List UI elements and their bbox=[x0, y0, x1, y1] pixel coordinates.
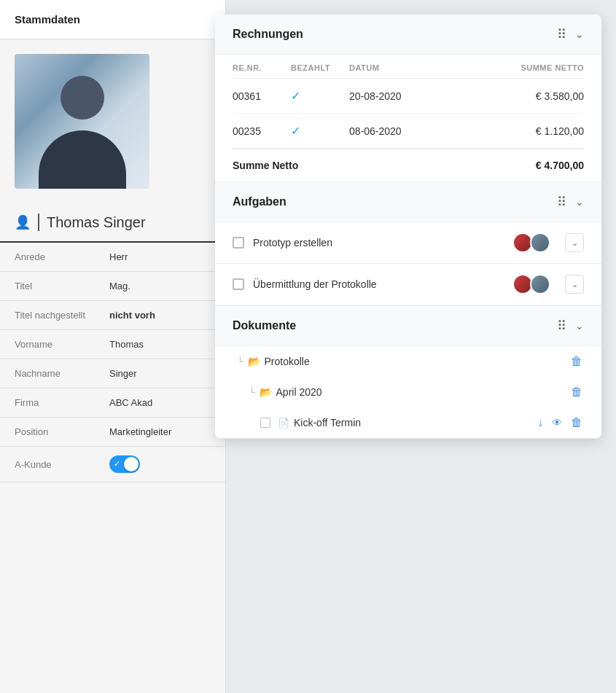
toggle-check-icon: ✓ bbox=[114, 459, 120, 469]
summe-label: Summe Netto bbox=[233, 160, 437, 171]
value-nachname: Singer bbox=[109, 368, 137, 379]
task-expand-2[interactable]: ⌄ bbox=[565, 275, 584, 294]
value-anrede: Herr bbox=[109, 251, 128, 262]
label-akunde: A-Kunde bbox=[15, 459, 109, 470]
tree-line-1: └ bbox=[237, 356, 243, 367]
dokumente-dots-icon[interactable]: ⠿ bbox=[557, 318, 568, 334]
value-titel: Mag. bbox=[109, 281, 130, 291]
trash-icon-kickoff[interactable]: 🗑 bbox=[569, 415, 584, 431]
label-anrede: Anrede bbox=[15, 251, 109, 262]
label-position: Position bbox=[15, 426, 109, 437]
col-bezahlt: BEZAHLT bbox=[291, 63, 349, 72]
trash-icon-protokolle[interactable]: 🗑 bbox=[569, 353, 584, 369]
download-icon-kickoff[interactable]: ↓ bbox=[536, 415, 545, 431]
col-summe: SUMME NETTO bbox=[437, 63, 584, 72]
folder-icon-protokolle: 📂 bbox=[248, 356, 260, 367]
rechnungen-chevron-icon[interactable]: ⌄ bbox=[575, 28, 584, 40]
doc-row-april: └ 📂 April 2020 🗑 bbox=[215, 377, 601, 407]
task-avatar-1b bbox=[530, 232, 550, 253]
toggle-track[interactable]: ✓ bbox=[109, 455, 140, 473]
task-expand-1[interactable]: ⌄ bbox=[565, 233, 584, 252]
task-avatars-1 bbox=[512, 232, 550, 253]
aufgaben-dots-icon[interactable]: ⠿ bbox=[557, 194, 568, 210]
field-titel: Titel Mag. bbox=[0, 272, 225, 301]
cell-summe-1: € 3.580,00 bbox=[437, 90, 584, 102]
doc-actions-kickoff: ↓ 👁 🗑 bbox=[536, 415, 584, 431]
label-vorname: Vorname bbox=[15, 339, 109, 350]
doc-name-kickoff: Kick-off Termin bbox=[294, 417, 531, 428]
task-chevron-icon-2: ⌄ bbox=[572, 280, 578, 289]
akunde-toggle[interactable]: ✓ bbox=[109, 455, 140, 473]
doc-actions-april: 🗑 bbox=[569, 384, 584, 400]
field-titel-nachgestellt: Titel nachgestellt nicht vorh bbox=[0, 301, 225, 330]
cell-datum-1: 20-08-2020 bbox=[349, 90, 437, 102]
dokumente-chevron-icon[interactable]: ⌄ bbox=[575, 320, 584, 332]
trash-icon-april[interactable]: 🗑 bbox=[569, 384, 584, 400]
col-renr: RE.NR. bbox=[233, 63, 291, 72]
field-akunde: A-Kunde ✓ bbox=[0, 447, 225, 482]
doc-name-april: April 2020 bbox=[276, 386, 565, 398]
field-anrede: Anrede Herr bbox=[0, 243, 225, 272]
eye-icon-kickoff[interactable]: 👁 bbox=[550, 415, 564, 430]
aufgaben-chevron-icon[interactable]: ⌄ bbox=[575, 196, 584, 208]
left-panel: Stammdaten 👤 Thomas Singer Anrede Herr T… bbox=[0, 0, 226, 693]
task-label-1: Prototyp erstellen bbox=[253, 237, 504, 248]
rechnungen-actions: ⠿ ⌄ bbox=[557, 26, 584, 42]
folder-icon-april: 📂 bbox=[260, 386, 272, 398]
summe-value: € 4.700,00 bbox=[437, 160, 584, 171]
stammdaten-header: Stammdaten bbox=[0, 0, 225, 39]
field-nachname: Nachname Singer bbox=[0, 359, 225, 388]
col-datum: DATUM bbox=[349, 63, 437, 72]
rechnungen-header: Rechnungen ⠿ ⌄ bbox=[215, 15, 601, 55]
right-panel: Rechnungen ⠿ ⌄ RE.NR. BEZAHLT DATUM SUMM… bbox=[215, 15, 601, 439]
avatar bbox=[15, 54, 149, 189]
table-header: RE.NR. BEZAHLT DATUM SUMME NETTO bbox=[233, 55, 584, 79]
tree-line-2: └ bbox=[249, 387, 255, 397]
label-titel-nachgestellt: Titel nachgestellt bbox=[15, 310, 109, 321]
table-row: 00235 ✓ 08-06-2020 € 1.120,00 bbox=[233, 114, 584, 149]
label-titel: Titel bbox=[15, 281, 109, 291]
task-chevron-icon-1: ⌄ bbox=[572, 238, 578, 248]
task-checkbox-2[interactable] bbox=[233, 278, 244, 290]
avatar-section bbox=[0, 39, 225, 203]
cell-summe-2: € 1.120,00 bbox=[437, 125, 584, 137]
value-titel-nachgestellt: nicht vorh bbox=[109, 310, 155, 321]
user-icon: 👤 bbox=[15, 214, 31, 230]
user-name-row: 👤 Thomas Singer bbox=[0, 203, 225, 243]
field-vorname: Vorname Thomas bbox=[0, 330, 225, 359]
dokumente-actions: ⠿ ⌄ bbox=[557, 318, 584, 334]
file-icon-kickoff: 📄 bbox=[278, 418, 289, 428]
doc-name-protokolle: Protokolle bbox=[265, 356, 565, 367]
rechnungen-dots-icon[interactable]: ⠿ bbox=[557, 26, 568, 42]
task-checkbox-1[interactable] bbox=[233, 237, 244, 248]
task-row-1: Prototyp erstellen ⌄ bbox=[215, 222, 601, 264]
value-vorname: Thomas bbox=[109, 339, 144, 350]
aufgaben-section: Aufgaben ⠿ ⌄ Prototyp erstellen ⌄ Übermi… bbox=[215, 182, 601, 306]
value-firma: ABC Akad bbox=[109, 397, 152, 408]
doc-row-kickoff: 📄 Kick-off Termin ↓ 👁 🗑 bbox=[215, 407, 601, 438]
label-firma: Firma bbox=[15, 397, 109, 408]
name-divider bbox=[38, 214, 39, 231]
cell-nr-2: 00235 bbox=[233, 125, 291, 137]
doc-checkbox-kickoff[interactable] bbox=[260, 418, 270, 428]
label-nachname: Nachname bbox=[15, 368, 109, 379]
task-avatars-2 bbox=[512, 274, 550, 294]
dokumente-title: Dokumente bbox=[233, 319, 296, 332]
doc-row-protokolle: └ 📂 Protokolle 🗑 bbox=[215, 346, 601, 377]
cell-check-2: ✓ bbox=[291, 124, 349, 138]
doc-actions-protokolle: 🗑 bbox=[569, 353, 584, 369]
field-firma: Firma ABC Akad bbox=[0, 388, 225, 418]
task-row-2: Übermittlung der Protokolle ⌄ bbox=[215, 264, 601, 305]
dokumente-header: Dokumente ⠿ ⌄ bbox=[215, 306, 601, 346]
table-row: 00361 ✓ 20-08-2020 € 3.580,00 bbox=[233, 79, 584, 114]
toggle-thumb bbox=[124, 457, 139, 471]
aufgaben-header: Aufgaben ⠿ ⌄ bbox=[215, 182, 601, 222]
rechnungen-title: Rechnungen bbox=[233, 28, 303, 41]
field-position: Position Marketingleiter bbox=[0, 418, 225, 447]
rechnungen-section: Rechnungen ⠿ ⌄ RE.NR. BEZAHLT DATUM SUMM… bbox=[215, 15, 601, 182]
user-name: Thomas Singer bbox=[47, 214, 146, 231]
aufgaben-title: Aufgaben bbox=[233, 195, 286, 208]
cell-datum-2: 08-06-2020 bbox=[349, 125, 437, 137]
cell-nr-1: 00361 bbox=[233, 90, 291, 102]
task-avatar-2b bbox=[530, 274, 550, 294]
